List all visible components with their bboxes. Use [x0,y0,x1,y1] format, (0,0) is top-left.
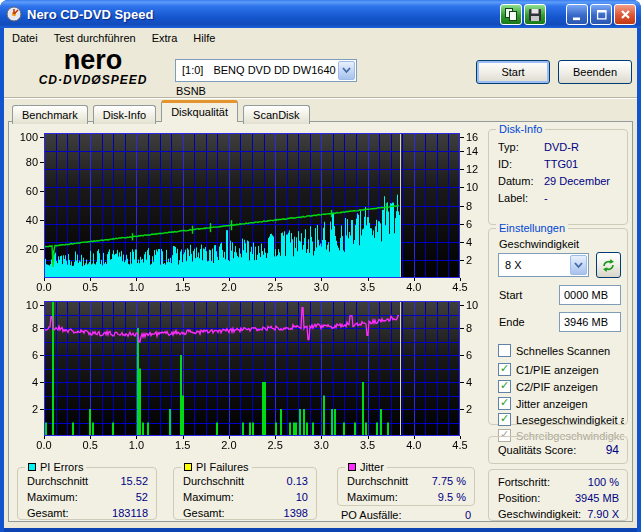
checkbox-icon [498,344,511,357]
chevron-down-icon[interactable] [338,61,355,80]
window-title: Nero CD-DVD Speed [27,7,153,22]
close-icon [618,7,633,22]
ende-row: Ende [499,312,621,332]
speed-row: Geschwindigkeit:7.90 X [489,506,627,522]
checkbox-icon [498,413,511,426]
start-row: Start [499,285,621,305]
ende-field[interactable] [559,312,621,332]
pi-failures-stats-group: PI Failures Durchschnitt0.13 Maximum:10 … [173,467,317,520]
refresh-icon [601,258,616,273]
menu-hilfe[interactable]: Hilfe [185,30,223,46]
tab-diskqualitaet[interactable]: Diskqualität [161,100,238,122]
settings-group: Einstellungen Geschwindigkeit 8 X Start … [488,228,628,425]
floppy-disk-icon [528,8,542,22]
minimize-icon [570,7,585,22]
speed-label: Geschwindigkeit [499,238,579,250]
pi-errors-stats-group: PI Errors Durchschnitt15.52 Maximum:52 G… [17,467,157,520]
disk-label-row: Label:- [489,190,627,207]
drive-select[interactable]: [1:0]BENQ DVD DD DW1640 BSNB [175,59,357,82]
titlebar[interactable]: Nero CD-DVD Speed [0,0,641,28]
pi-failures-caption: PI Failures [181,461,252,473]
disk-info-title: Disk-Info [496,123,545,135]
chevron-down-icon[interactable] [570,255,587,275]
nero-cd-dvd-speed-window: Nero CD-DVD Speed Datei Test durchführen… [0,0,641,532]
progress-row: Fortschritt:100 % [489,474,627,490]
checkbox-c1-pie[interactable]: C1/PIE anzeigen [498,362,624,377]
start-field[interactable] [559,285,621,305]
disk-id-row: ID:TTG01 [489,156,627,173]
disk-info-group: Disk-Info Typ:DVD-R ID:TTG01 Datum:29 De… [488,129,628,225]
checkbox-icon [498,397,511,410]
disk-type-row: Typ:DVD-R [489,139,627,156]
menu-datei[interactable]: Datei [4,30,46,46]
drive-id: [1:0] [176,64,203,76]
cd-dvd-speed-logo-text: CD·DVDØSPEED [18,73,168,87]
po-failures-label: PO Ausfälle: [341,509,402,521]
jitter-caption: Jitter [345,461,387,473]
checkbox-schnelles-scannen[interactable]: Schnelles Scannen [498,343,624,358]
close-button[interactable] [614,4,636,25]
diskqualitaet-panel: Disk-Info Typ:DVD-R ID:TTG01 Datum:29 De… [8,121,633,522]
ende-field-label: Ende [499,316,525,328]
tab-disk-info[interactable]: Disk-Info [93,105,156,124]
pi-failures-swatch [184,463,192,471]
copy-icon [504,8,518,21]
checkbox-icon [498,363,511,376]
start-button[interactable]: Start [476,60,550,84]
progress-box: Fortschritt:100 % Position:3945 MB Gesch… [488,469,628,521]
speed-select[interactable]: 8 X [498,253,589,277]
quality-score-box: Qualitäts Score: 94 [488,436,628,464]
menu-test-durchfuehren[interactable]: Test durchführen [46,30,144,46]
disk-date-row: Datum:29 December [489,173,627,190]
copy-to-clipboard-button[interactable] [500,4,522,25]
save-button[interactable] [524,4,546,25]
header: nero CD·DVDØSPEED [1:0]BENQ DVD DD DW164… [4,47,637,97]
checkbox-jitter[interactable]: Jitter anzeigen [498,396,624,411]
minimize-button[interactable] [566,4,588,25]
pi-failures-jitter-chart [14,295,486,453]
refresh-drive-button[interactable] [596,252,621,278]
checkbox-c2-pif[interactable]: C2/PIF anzeigen [498,379,624,394]
app-icon [6,6,22,22]
tab-bar: Benchmark Disk-Info Diskqualität ScanDis… [12,100,312,122]
start-field-label: Start [499,289,522,301]
quality-score-value: 94 [606,437,619,463]
jitter-swatch [348,463,356,471]
beenden-button[interactable]: Beenden [558,60,632,84]
po-failures-value: 0 [465,509,471,521]
po-failures-row: PO Ausfälle: 0 [341,509,471,521]
pi-errors-swatch [28,463,36,471]
maximize-button[interactable] [590,4,612,25]
quality-score-label: Qualitäts Score: [498,437,576,463]
pi-errors-speed-chart [14,127,486,295]
checkbox-icon [498,380,511,393]
header-separator [4,97,637,99]
nero-logo-text: nero [18,48,168,73]
pi-errors-caption: PI Errors [25,461,86,473]
menu-extra[interactable]: Extra [144,30,186,46]
nero-logo: nero CD·DVDØSPEED [18,48,168,87]
checkbox-lesegeschwindigkeit[interactable]: Lesegeschwindigkeit a [498,412,624,427]
maximize-icon [594,7,609,22]
tab-benchmark[interactable]: Benchmark [12,105,88,124]
jitter-stats-group: Jitter Durchschnitt7.75 % Maximum:9.5 % [337,467,475,506]
position-row: Position:3945 MB [489,490,627,506]
settings-title: Einstellungen [496,222,568,234]
tab-scandisk[interactable]: ScanDisk [243,105,309,124]
